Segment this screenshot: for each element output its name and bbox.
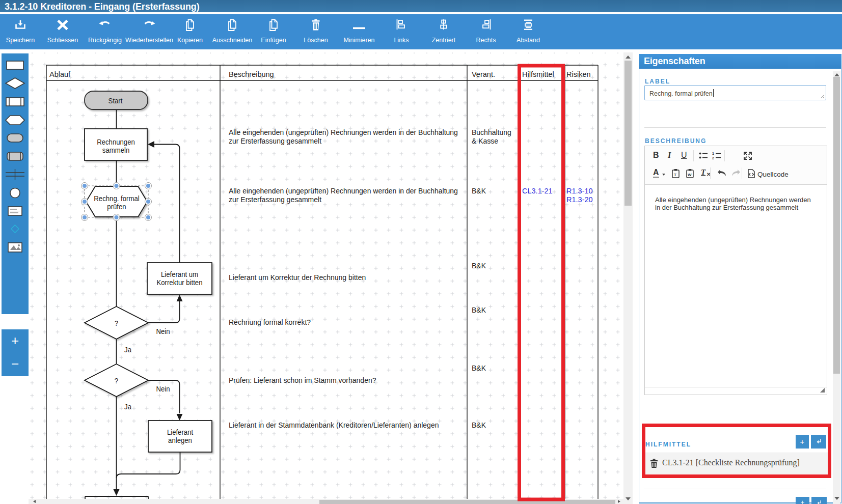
- svg-text:Buchhaltung: Buchhaltung: [472, 128, 511, 136]
- svg-text:Nein: Nein: [156, 327, 170, 335]
- svg-text:Lieferant um: Lieferant um: [161, 270, 198, 278]
- svg-text:& Kasse: & Kasse: [472, 137, 498, 145]
- svg-text:W: W: [688, 173, 692, 177]
- svg-text:Korrektur bitten: Korrektur bitten: [156, 278, 202, 287]
- svg-text:B&K: B&K: [472, 262, 486, 270]
- svg-text:Lieferant um Korrektur der Rec: Lieferant um Korrektur der Rechnung bitt…: [229, 273, 366, 282]
- svg-text:Rechnungen: Rechnungen: [97, 137, 135, 146]
- svg-text:R1.3-20: R1.3-20: [566, 195, 593, 204]
- svg-text:Alle eingehenden (ungeprüften): Alle eingehenden (ungeprüften) Rechnunge…: [229, 128, 458, 136]
- svg-text:Hilfsmittel: Hilfsmittel: [522, 70, 554, 78]
- svg-text:T: T: [674, 173, 676, 177]
- svg-text:sammeln: sammeln: [102, 146, 129, 154]
- svg-text:B&K: B&K: [472, 364, 486, 372]
- svg-text:1: 1: [712, 152, 714, 155]
- svg-text:Start: Start: [108, 96, 123, 105]
- svg-text:Verant.: Verant.: [472, 70, 495, 78]
- svg-text:Rechng. formal: Rechng. formal: [94, 194, 139, 203]
- svg-text:Nein: Nein: [156, 384, 170, 393]
- svg-text:B&K: B&K: [472, 306, 486, 314]
- svg-text:?: ?: [115, 376, 118, 385]
- svg-text:B&K: B&K: [472, 421, 486, 429]
- svg-text:Ja: Ja: [124, 345, 131, 354]
- svg-text:zur Ersterfassung gesammelt: zur Ersterfassung gesammelt: [229, 195, 321, 204]
- svg-text:prüfen: prüfen: [107, 202, 126, 211]
- svg-text:anlegen: anlegen: [168, 436, 192, 444]
- svg-text:Risiken: Risiken: [566, 70, 591, 78]
- svg-text:?: ?: [115, 319, 118, 327]
- svg-text:Rechnung formal korrekt?: Rechnung formal korrekt?: [229, 318, 311, 326]
- svg-text:B&K: B&K: [472, 187, 486, 195]
- svg-text:Prüfen: Lieferant schon im Sta: Prüfen: Lieferant schon im Stamm vorhand…: [229, 376, 376, 384]
- svg-text:Ablauf: Ablauf: [49, 70, 71, 78]
- svg-text:zur Ersterfassung gesammelt: zur Ersterfassung gesammelt: [229, 137, 321, 145]
- svg-text:2: 2: [712, 156, 714, 160]
- svg-text:Beschreibung: Beschreibung: [229, 70, 274, 78]
- svg-text:Lieferant in der Stammdatenban: Lieferant in der Stammdatenbank (Kredito…: [229, 421, 439, 429]
- svg-text:R1.3-10: R1.3-10: [566, 187, 593, 195]
- svg-text:CL3.1-21: CL3.1-21: [522, 187, 553, 195]
- svg-text:Alle eingehenden (ungeprüften): Alle eingehenden (ungeprüften) Rechnunge…: [229, 187, 458, 195]
- svg-text:Ja: Ja: [124, 402, 131, 411]
- svg-text:Lieferant: Lieferant: [167, 428, 193, 436]
